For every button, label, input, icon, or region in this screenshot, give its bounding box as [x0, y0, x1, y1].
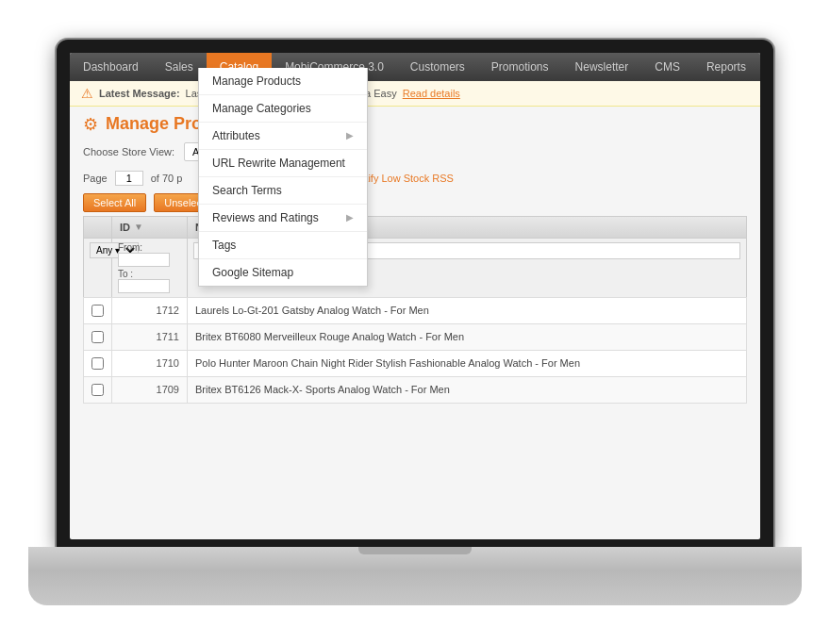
- filter-from-input[interactable]: [118, 253, 170, 267]
- table-header: ID ▼ Name: [83, 216, 747, 238]
- td-checkbox: [84, 377, 112, 403]
- select-bar: Select All Unselect All 0 items selected: [70, 190, 760, 216]
- page-header: ⚙ Manage Products: [70, 107, 760, 139]
- message-bar: ⚠ Latest Message: Last Ch Webinar on Aug…: [70, 81, 760, 107]
- nav-item-dashboard[interactable]: Dashboard: [70, 53, 152, 81]
- row-checkbox[interactable]: [91, 305, 104, 317]
- dropdown-item-tags[interactable]: Tags: [199, 232, 367, 259]
- nav-item-customers[interactable]: Customers: [397, 53, 478, 81]
- table-row: 1709 Britex BT6126 Mack-X- Sports Analog…: [83, 376, 747, 404]
- nav-item-reports[interactable]: Reports: [693, 53, 759, 81]
- th-checkbox: [84, 217, 112, 238]
- filter-row: Any ▾ From: To :: [83, 238, 747, 297]
- th-id: ID ▼: [112, 217, 188, 238]
- td-checkbox: [84, 298, 112, 323]
- pagination-bar: Page of 70 p Total 1392 records found | …: [70, 167, 760, 190]
- row-checkbox[interactable]: [91, 331, 104, 343]
- product-table: ID ▼ Name Any ▾ From:: [83, 216, 747, 539]
- toolbar: Choose Store View: All S: [70, 139, 760, 167]
- message-label: Latest Message:: [99, 88, 180, 99]
- filter-id: From: To :: [112, 239, 188, 297]
- dropdown-item-attributes[interactable]: Attributes ▶: [199, 123, 367, 150]
- dropdown-item-search-terms[interactable]: Search Terms: [199, 177, 367, 205]
- filter-to-input[interactable]: [118, 279, 170, 293]
- catalog-dropdown-menu: Manage Products Manage Categories Attrib…: [198, 68, 368, 287]
- nav-item-promotions[interactable]: Promotions: [478, 53, 562, 81]
- nav-item-newsletter[interactable]: Newsletter: [562, 53, 642, 81]
- row-checkbox[interactable]: [91, 357, 104, 370]
- td-checkbox: [84, 324, 112, 350]
- dropdown-item-manage-products[interactable]: Manage Products: [199, 68, 367, 95]
- td-id: 1710: [112, 351, 188, 376]
- nav-item-cms[interactable]: CMS: [641, 53, 693, 81]
- filter-any: Any ▾: [84, 239, 112, 297]
- dropdown-item-url-rewrite[interactable]: URL Rewrite Management: [199, 150, 367, 177]
- store-view-label: Choose Store View:: [83, 146, 174, 157]
- td-id: 1709: [112, 377, 188, 403]
- td-checkbox: [84, 351, 112, 376]
- td-name: Britex BT6126 Mack-X- Sports Analog Watc…: [188, 377, 746, 403]
- page-icon: ⚙: [83, 114, 98, 135]
- laptop-base: [28, 547, 802, 605]
- td-id: 1711: [112, 324, 188, 350]
- top-navigation: Dashboard Sales Catalog MobiCommerce 3.0…: [70, 53, 760, 81]
- td-name: Laurels Lo-Gt-201 Gatsby Analog Watch - …: [188, 298, 746, 323]
- td-id: 1712: [112, 298, 188, 323]
- read-details-link[interactable]: Read details: [403, 88, 460, 99]
- td-name: Polo Hunter Maroon Chain Night Rider Sty…: [188, 351, 746, 376]
- dropdown-item-manage-categories[interactable]: Manage Categories: [199, 95, 367, 123]
- warning-icon: ⚠: [81, 86, 93, 101]
- table-row: 1711 Britex BT6080 Merveilleux Rouge Ana…: [83, 323, 747, 350]
- dropdown-item-google-sitemap[interactable]: Google Sitemap: [199, 259, 367, 286]
- dropdown-item-reviews-ratings[interactable]: Reviews and Ratings ▶: [199, 205, 367, 232]
- select-all-button[interactable]: Select All: [83, 193, 146, 212]
- page-input[interactable]: [115, 171, 143, 186]
- td-name: Britex BT6080 Merveilleux Rouge Analog W…: [188, 324, 746, 350]
- sort-icon: ▼: [134, 222, 143, 232]
- page-label: Page: [83, 173, 108, 184]
- submenu-arrow-icon: ▶: [346, 130, 354, 140]
- page-of: of 70 p: [151, 173, 183, 184]
- table-row: 1712 Laurels Lo-Gt-201 Gatsby Analog Wat…: [83, 297, 747, 323]
- row-checkbox[interactable]: [91, 384, 104, 396]
- table-row: 1710 Polo Hunter Maroon Chain Night Ride…: [83, 350, 747, 376]
- submenu-arrow-icon: ▶: [346, 212, 354, 223]
